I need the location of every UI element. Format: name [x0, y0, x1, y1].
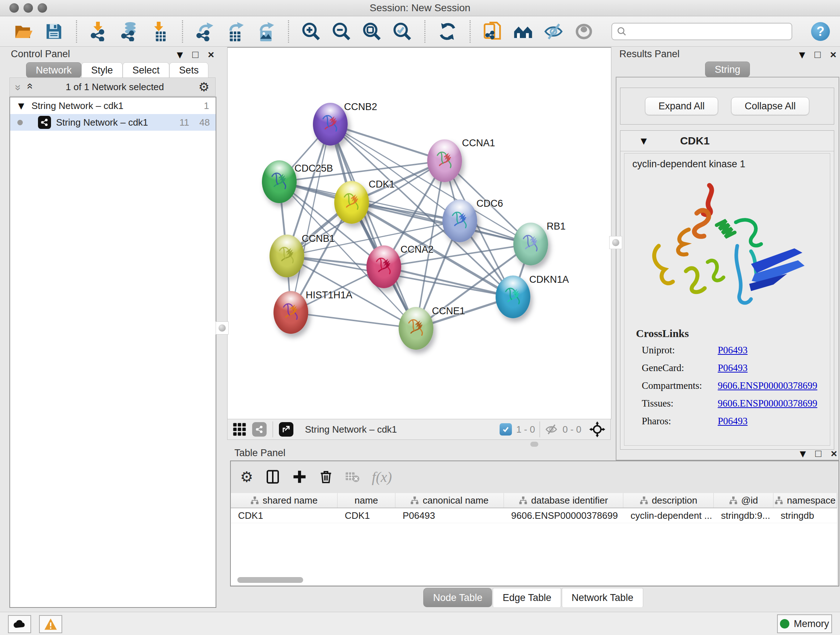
column-header-description[interactable]: description: [623, 493, 714, 508]
node-CCNA1[interactable]: [427, 139, 462, 182]
close-window-icon[interactable]: [9, 3, 19, 13]
export-image-button[interactable]: [256, 21, 276, 42]
network-collection-row[interactable]: ▼ String Network – cdk1 1: [10, 97, 216, 114]
crosslink-row: Compartments:9606.ENSP00000378699: [642, 380, 823, 391]
column-header-sharedname[interactable]: shared name: [231, 493, 338, 508]
crosslink-link[interactable]: 9606.ENSP00000378699: [718, 380, 817, 391]
node-CDC25B[interactable]: [262, 160, 297, 203]
tab-network-table[interactable]: Network Table: [562, 588, 643, 607]
column-header-namespace[interactable]: namespace: [774, 493, 837, 508]
crosslink-link[interactable]: P06493: [718, 345, 748, 356]
horizontal-splitter-handle[interactable]: [531, 442, 538, 447]
import-table-file-button[interactable]: [149, 21, 171, 42]
node-CDKN1A[interactable]: [496, 276, 531, 318]
crosslink-link[interactable]: P06493: [718, 416, 748, 427]
show-hidden-button[interactable]: [573, 21, 594, 42]
add-column-icon[interactable]: [292, 469, 307, 485]
protein-section-header[interactable]: ▼ CDK1: [621, 131, 834, 151]
expand-all-button[interactable]: Expand All: [645, 97, 718, 115]
network-canvas[interactable]: CCNB2 CCNA1 CDC25B CDK1 CDC6: [227, 47, 611, 419]
cloud-status-button[interactable]: [8, 615, 31, 633]
open-in-browser-icon[interactable]: [279, 422, 294, 437]
node-CCNB1[interactable]: [270, 234, 304, 277]
collapse-all-button[interactable]: Collapse All: [731, 97, 809, 115]
tab-select[interactable]: Select: [123, 62, 169, 78]
table-panel-close-icon[interactable]: ×: [831, 448, 837, 460]
table-panel-float-icon[interactable]: □: [815, 448, 821, 459]
tab-node-table[interactable]: Node Table: [423, 588, 492, 607]
tab-style[interactable]: Style: [81, 62, 123, 78]
table-settings-gear-icon[interactable]: ⚙: [240, 469, 253, 485]
traffic-lights[interactable]: [9, 3, 52, 14]
column-header-id[interactable]: @id: [714, 493, 774, 508]
function-builder-button[interactable]: f(x): [372, 469, 392, 486]
zoom-in-button[interactable]: [301, 21, 322, 42]
maximize-window-icon[interactable]: [38, 3, 47, 13]
zoom-out-button[interactable]: [331, 21, 352, 42]
import-network-file-button[interactable]: [88, 21, 110, 42]
table-panel-collapse-icon[interactable]: ▼: [800, 449, 806, 458]
control-panel-float-icon[interactable]: □: [193, 49, 199, 60]
memory-button[interactable]: Memory: [777, 614, 832, 633]
tab-edge-table[interactable]: Edge Table: [493, 588, 561, 607]
birdseye-grid-icon[interactable]: [233, 423, 246, 436]
apply-layout-button[interactable]: [437, 21, 458, 42]
node-CDK1[interactable]: [334, 181, 369, 224]
protein-expand-icon[interactable]: ▼: [641, 136, 647, 146]
table-cell: stringdb: [774, 508, 837, 523]
search-input[interactable]: [627, 25, 781, 37]
move-target-icon[interactable]: [589, 421, 605, 437]
help-button[interactable]: ?: [811, 22, 830, 41]
node-RB1[interactable]: [513, 223, 548, 265]
collapse-all-networks-icon[interactable]: »: [23, 85, 35, 89]
column-header-databaseidentifier[interactable]: database identifier: [504, 493, 623, 508]
results-panel-close-icon[interactable]: ×: [830, 49, 836, 61]
tab-sets[interactable]: Sets: [169, 62, 208, 78]
results-panel-float-icon[interactable]: □: [815, 49, 821, 60]
show-columns-icon[interactable]: [265, 469, 280, 485]
selected-checkbox-icon[interactable]: [500, 423, 512, 435]
node-CCNB2[interactable]: [313, 103, 347, 146]
right-splitter-handle[interactable]: [609, 236, 622, 249]
import-network-database-button[interactable]: [119, 21, 140, 42]
delete-column-icon[interactable]: [319, 469, 333, 485]
table-row[interactable]: CDK1CDK1P064939606.ENSP00000378699cyclin…: [231, 508, 837, 523]
tab-string[interactable]: String: [705, 62, 750, 77]
clone-network-button[interactable]: [482, 21, 503, 42]
crosslink-link[interactable]: P06493: [718, 363, 748, 374]
tab-network[interactable]: Network: [26, 62, 81, 78]
collection-expand-icon[interactable]: ▼: [18, 101, 24, 111]
column-header-name[interactable]: name: [338, 493, 395, 508]
save-session-button[interactable]: [43, 21, 65, 42]
show-all-nodes-button[interactable]: [513, 21, 534, 42]
open-session-button[interactable]: [13, 21, 34, 42]
zoom-selected-button[interactable]: [392, 21, 413, 42]
node-HIST1H1A[interactable]: [273, 291, 308, 334]
minimize-window-icon[interactable]: [24, 3, 33, 13]
results-panel-collapse-icon[interactable]: ▼: [799, 50, 805, 59]
hide-selected-button[interactable]: [543, 21, 564, 42]
node-CCNA2[interactable]: [366, 245, 401, 288]
memory-status-dot-icon: [780, 619, 789, 629]
column-header-canonicalname[interactable]: canonical name: [395, 493, 504, 508]
network-row-selected[interactable]: String Network – cdk1 11 48: [10, 114, 216, 131]
crosslink-link[interactable]: 9606.ENSP00000378699: [718, 398, 817, 409]
table-horizontal-scrollbar[interactable]: [237, 577, 303, 583]
left-splitter-handle[interactable]: [216, 321, 229, 334]
node-label-CCNA1: CCNA1: [462, 138, 495, 149]
node-CDC6[interactable]: [442, 200, 477, 242]
toolbar-search-field[interactable]: [611, 23, 792, 40]
zoom-fit-button[interactable]: [362, 21, 382, 42]
network-options-gear-icon[interactable]: ⚙: [199, 80, 210, 94]
warnings-button[interactable]: [39, 615, 62, 633]
control-panel-close-icon[interactable]: ×: [208, 49, 214, 61]
export-network-button[interactable]: [195, 21, 216, 42]
node-CCNE1[interactable]: [399, 307, 433, 350]
export-table-button[interactable]: [225, 21, 246, 42]
control-panel-collapse-icon[interactable]: ▼: [177, 50, 183, 59]
main-toolbar: ?: [0, 16, 840, 47]
delete-table-icon[interactable]: [345, 470, 360, 483]
table-cell: stringdb:9...: [714, 508, 774, 523]
hidden-eye-slash-icon[interactable]: [545, 423, 558, 435]
string-view-icon[interactable]: [252, 422, 267, 437]
